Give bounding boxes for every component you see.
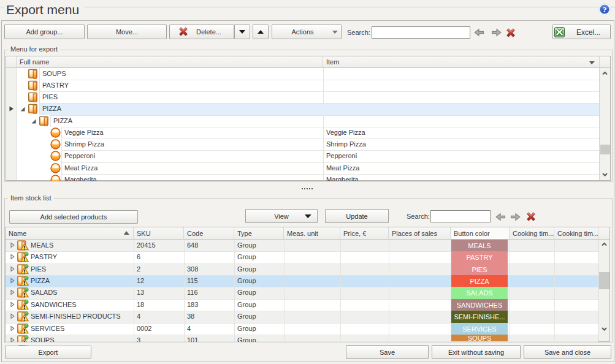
svg-text:?: ? <box>603 5 607 14</box>
